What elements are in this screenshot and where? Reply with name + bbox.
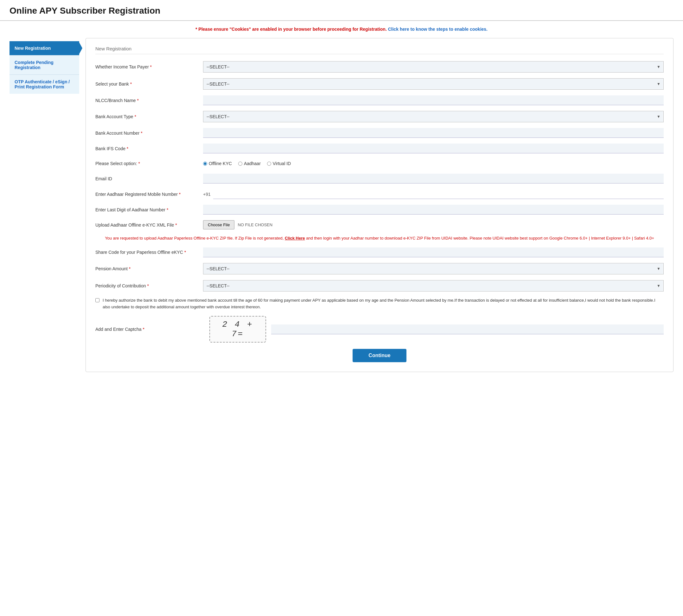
share-code-row: Share Code for your Paperless Offline eK…: [95, 247, 664, 257]
branch-input[interactable]: [203, 95, 664, 105]
captcha-label: Add and Enter Captcha *: [95, 327, 203, 332]
page-title: Online APY Subscriber Registration: [9, 6, 674, 16]
aadhaar-digit-row: Enter Last Digit of Aadhaar Number *: [95, 205, 664, 215]
periodicity-required: *: [147, 283, 149, 288]
mobile-label: Enter Aadhaar Registered Mobile Number *: [95, 192, 203, 197]
account-number-input[interactable]: [203, 128, 664, 138]
cookie-notice: * Please ensure "Cookies" are enabled in…: [0, 21, 683, 35]
upload-field: Choose File NO FILE CHOSEN: [203, 220, 664, 229]
captcha-field: 2 4 + 7=: [209, 316, 664, 343]
account-number-field: [203, 128, 664, 138]
account-type-row: Bank Account Type * --SELECT-- ▼: [95, 111, 664, 122]
bank-required: *: [130, 82, 132, 87]
form-panel: New Registration Whether Income Tax Paye…: [86, 38, 674, 372]
share-code-input[interactable]: [203, 247, 664, 257]
captcha-required: *: [142, 327, 144, 332]
kyc-option-field: Offline KYC Aadhaar Virtual ID: [203, 159, 664, 168]
income-tax-required: *: [150, 64, 152, 69]
branch-label: NLCC/Branch Name *: [95, 98, 203, 103]
kyc-offline-text: Offline KYC: [209, 161, 232, 166]
choose-file-button[interactable]: Choose File: [203, 220, 234, 229]
ifs-code-field: [203, 144, 664, 153]
aadhaar-digit-required: *: [167, 207, 168, 212]
upload-row: Upload Aadhaar Offline e-KYC XML File * …: [95, 220, 664, 229]
kyc-option-label: Please Select option: *: [95, 161, 203, 166]
auth-checkbox[interactable]: [95, 298, 99, 302]
email-field: [203, 174, 664, 183]
kyc-notice-text1: You are requested to upload Aadhaar Pape…: [105, 236, 283, 241]
account-type-select-wrapper: --SELECT-- ▼: [203, 111, 664, 122]
kyc-option-required: *: [138, 161, 140, 166]
kyc-notice-text2: and then login with your Aadhar number t…: [306, 236, 654, 241]
kyc-notice-link[interactable]: Click Here: [285, 236, 305, 241]
pension-label: Pension Amount *: [95, 266, 203, 271]
aadhaar-digit-label: Enter Last Digit of Aadhaar Number *: [95, 207, 203, 212]
pension-required: *: [129, 266, 131, 271]
page-header: Online APY Subscriber Registration: [0, 0, 683, 21]
kyc-aadhaar-label[interactable]: Aadhaar: [238, 161, 261, 166]
kyc-offline-radio[interactable]: [203, 161, 207, 166]
kyc-virtualid-radio[interactable]: [267, 161, 271, 166]
file-upload-row: Choose File NO FILE CHOSEN: [203, 220, 664, 229]
periodicity-row: Periodicity of Contribution * --SELECT--…: [95, 280, 664, 291]
bank-field: --SELECT-- ▼: [203, 78, 664, 90]
kyc-virtualid-label[interactable]: Virtual ID: [267, 161, 291, 166]
email-label: Email ID: [95, 176, 203, 181]
bank-select[interactable]: --SELECT--: [203, 78, 664, 90]
account-type-label: Bank Account Type *: [95, 114, 203, 119]
account-type-required: *: [135, 114, 136, 119]
account-number-row: Bank Account Number *: [95, 128, 664, 138]
continue-button[interactable]: Continue: [352, 349, 406, 362]
mobile-prefix-group: +91: [203, 189, 664, 199]
bank-select-wrapper: --SELECT-- ▼: [203, 78, 664, 90]
branch-field: [203, 95, 664, 105]
kyc-virtualid-text: Virtual ID: [273, 161, 291, 166]
branch-row: NLCC/Branch Name *: [95, 95, 664, 105]
kyc-notice: You are requested to upload Aadhaar Pape…: [95, 235, 664, 242]
cookie-notice-link[interactable]: Click here to know the steps to enable c…: [388, 27, 487, 32]
pension-field: --SELECT-- ▼: [203, 263, 664, 274]
periodicity-label: Periodicity of Contribution *: [95, 283, 203, 288]
kyc-aadhaar-text: Aadhaar: [244, 161, 261, 166]
income-tax-select-wrapper: --SELECT-- ▼: [203, 61, 664, 72]
account-type-field: --SELECT-- ▼: [203, 111, 664, 122]
sidebar: New Registration Complete Pending Regist…: [9, 41, 79, 94]
share-code-field: [203, 247, 664, 257]
cookie-notice-text: * Please ensure "Cookies" are enabled in…: [196, 27, 387, 32]
income-tax-row: Whether Income Tax Payer * --SELECT-- ▼: [95, 61, 664, 72]
kyc-option-row: Please Select option: * Offline KYC Aadh…: [95, 159, 664, 168]
account-type-select[interactable]: --SELECT--: [203, 111, 664, 122]
main-layout: New Registration Complete Pending Regist…: [0, 35, 683, 381]
share-code-required: *: [184, 250, 186, 255]
captcha-display: 2 4 + 7=: [209, 316, 266, 343]
sidebar-item-new-registration[interactable]: New Registration: [9, 41, 79, 55]
sidebar-item-otp-authenticate[interactable]: OTP Authenticate / eSign / Print Registr…: [9, 74, 79, 94]
bank-label: Select your Bank *: [95, 82, 203, 87]
kyc-radio-group: Offline KYC Aadhaar Virtual ID: [203, 159, 664, 168]
captcha-row: Add and Enter Captcha * 2 4 + 7=: [95, 316, 664, 343]
periodicity-select-wrapper: --SELECT-- ▼: [203, 280, 664, 291]
pension-row: Pension Amount * --SELECT-- ▼: [95, 263, 664, 274]
account-number-label: Bank Account Number *: [95, 131, 203, 136]
kyc-aadhaar-radio[interactable]: [238, 161, 242, 166]
pension-select[interactable]: --SELECT--: [203, 263, 664, 274]
aadhaar-digit-input[interactable]: [203, 205, 664, 215]
account-number-required: *: [141, 131, 142, 136]
email-input[interactable]: [203, 174, 664, 183]
form-panel-title: New Registration: [95, 46, 664, 54]
email-row: Email ID: [95, 174, 664, 183]
ifs-code-input[interactable]: [203, 144, 664, 153]
pension-select-wrapper: --SELECT-- ▼: [203, 263, 664, 274]
mobile-required: *: [179, 192, 181, 197]
continue-btn-container: Continue: [95, 349, 664, 362]
mobile-input[interactable]: [213, 189, 664, 199]
periodicity-select[interactable]: --SELECT--: [203, 280, 664, 291]
kyc-offline-label[interactable]: Offline KYC: [203, 161, 232, 166]
periodicity-field: --SELECT-- ▼: [203, 280, 664, 291]
sidebar-item-complete-pending[interactable]: Complete Pending Registration: [9, 55, 79, 74]
bank-row: Select your Bank * --SELECT-- ▼: [95, 78, 664, 90]
income-tax-select[interactable]: --SELECT--: [203, 61, 664, 72]
auth-text: I hereby authorize the bank to debit my …: [103, 297, 664, 310]
mobile-field: +91: [203, 189, 664, 199]
captcha-input[interactable]: [271, 325, 664, 334]
